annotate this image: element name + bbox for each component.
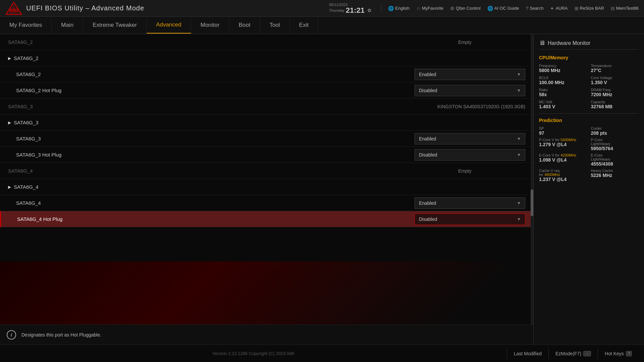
sata6g3-expand-label: ▶ SATA6G_3	[8, 120, 525, 125]
sata6g4-setting-dropdown[interactable]: Enabled ▼	[415, 197, 525, 209]
ratio-item: Ratio 58x	[539, 88, 587, 97]
prediction-title: Prediction	[539, 118, 639, 123]
dropdown-arrow-icon-2: ▼	[517, 88, 521, 93]
frequency-item: Frequency 5800 MHz	[539, 64, 587, 73]
myfavorite-label: MyFavorite	[422, 6, 443, 11]
header-aioc[interactable]: 🌐 AI OC Guide	[487, 6, 519, 11]
time-display: 21:21	[346, 7, 365, 14]
sata6g4-expand-row[interactable]: ▶ SATA6G_4	[0, 179, 533, 195]
ratio-label: Ratio	[539, 88, 587, 92]
arrow-right-icon-6: ▶	[8, 185, 11, 189]
sata6g2-header-value: Empty	[458, 40, 525, 45]
nav-tool[interactable]: Tool	[260, 17, 289, 34]
nav-main[interactable]: Main	[52, 17, 83, 34]
ez-mode-key: →	[583, 351, 591, 356]
cooler-value: 208 pts	[591, 130, 639, 136]
header-title: UEFI BIOS Utility – Advanced Mode	[26, 4, 144, 12]
core-voltage-label: Core Voltage	[591, 76, 639, 80]
cache-freq-highlight: 4800MHz	[544, 173, 560, 177]
arrow-right-icon-3: ▶	[8, 120, 11, 125]
footer: Version 2.22.1286 Copyright (C) 2023 AMI…	[0, 345, 644, 362]
header-aura[interactable]: ✦ AURA	[550, 6, 568, 11]
scroll-thumb[interactable]	[531, 189, 533, 216]
nav-boot[interactable]: Boot	[229, 17, 260, 34]
dram-freq-item: DRAM Freq. 7200 MHz	[591, 88, 639, 97]
aura-label: AURA	[555, 6, 568, 11]
sata6g4-hotplug-dropdown[interactable]: Disabled ▼	[415, 214, 525, 225]
sata6g2-setting-row: SATA6G_2 Enabled ▼	[0, 66, 533, 82]
pcore-v-label: P-Core V for 5400MHz	[539, 138, 587, 142]
sata6g2-setting-label: SATA6G_2	[16, 71, 415, 77]
sata6g2-header-label: SATA6G_2	[8, 39, 458, 45]
resizebar-label: ReSize BAR	[580, 6, 604, 11]
sata6g2-header-row: SATA6G_2 Empty	[0, 34, 533, 50]
prediction-grid: SP 97 Cooler 208 pts P-Core V for 5400MH…	[539, 126, 639, 182]
sata6g3-expand-row[interactable]: ▶ SATA6G_3	[0, 115, 533, 131]
aioc-label: AI OC Guide	[494, 6, 519, 11]
resize-icon: ⊞	[575, 6, 579, 11]
nav-monitor[interactable]: Monitor	[191, 17, 229, 34]
cpu-memory-title: CPU/Memory	[539, 55, 639, 60]
header-search[interactable]: ? Search	[526, 6, 543, 11]
cpu-memory-grid: Frequency 5800 MHz Temperature 27°C BCLK…	[539, 64, 639, 109]
cooler-item: Cooler 208 pts	[591, 126, 639, 136]
header-qfan[interactable]: ⚙ Qfan Control	[450, 6, 481, 11]
sata6g4-expand-label: ▶ SATA6G_4	[8, 184, 525, 190]
sata6g3-hotplug-dropdown[interactable]: Disabled ▼	[415, 149, 525, 161]
cache-v-value: 1.237 V @L4	[539, 177, 587, 182]
last-modified-label: Last Modified	[514, 351, 542, 356]
mc-volt-value: 1.403 V	[539, 104, 587, 109]
bclk-item: BCLK 100.00 MHz	[539, 76, 587, 85]
dram-freq-label: DRAM Freq.	[591, 88, 639, 92]
sata6g4-hotplug-row[interactable]: SATA6G_4 Hot Plug Disabled ▼	[0, 211, 533, 227]
sata6g3-hotplug-label: SATA6G_3 Hot Plug	[16, 152, 415, 158]
info-icon: i	[7, 330, 16, 340]
sata6g2-expand-row[interactable]: ▶ SATA6G_2	[0, 50, 533, 66]
mc-volt-label: MC Volt.	[539, 100, 587, 104]
capacity-label: Capacity	[591, 100, 639, 104]
pcore-freq-highlight: 5400MHz	[560, 138, 576, 142]
scrollbar[interactable]	[531, 34, 533, 345]
aura-icon: ✦	[550, 6, 554, 11]
sp-item: SP 97	[539, 126, 587, 136]
nav-my-favorites[interactable]: My Favorites	[0, 17, 52, 34]
nav-extreme-tweaker[interactable]: Extreme Tweaker	[83, 17, 147, 34]
logo-area: ROG UEFI BIOS Utility – Advanced Mode	[5, 2, 144, 15]
sata6g2-hotplug-dropdown[interactable]: Disabled ▼	[415, 85, 525, 96]
info-text: Designates this port as Hot Pluggable.	[21, 332, 101, 338]
arrow-right-icon: ▶	[8, 56, 11, 61]
last-modified-button[interactable]: Last Modified	[507, 348, 548, 359]
pcore-v-item: P-Core V for 5400MHz 1.279 V @L4	[539, 138, 587, 151]
sata6g2-hotplug-row: SATA6G_2 Hot Plug Disabled ▼	[0, 82, 533, 99]
ecore-lh-item: E-CoreLight/Heavy 4555/4308	[591, 153, 639, 167]
core-voltage-item: Core Voltage 1.350 V	[591, 76, 639, 85]
frequency-label: Frequency	[539, 64, 587, 68]
dropdown-arrow-icon-7: ▼	[517, 201, 521, 205]
dropdown-arrow-icon-5: ▼	[517, 153, 521, 157]
header: ROG UEFI BIOS Utility – Advanced Mode 05…	[0, 0, 644, 17]
settings-icon[interactable]: ⚙	[367, 8, 372, 13]
ecore-v-item: E-Core V for 4200MHz 1.098 V @L4	[539, 153, 587, 167]
memtest-label: MemTest86	[616, 6, 639, 11]
mc-volt-item: MC Volt. 1.403 V	[539, 100, 587, 109]
cache-v-label: Cache V reqfor 4800MHz	[539, 169, 587, 177]
frequency-value: 5800 MHz	[539, 68, 587, 73]
fan-icon: ⚙	[450, 6, 454, 11]
nav-advanced[interactable]: Advanced	[147, 17, 191, 34]
sata6g2-hotplug-value: Disabled	[419, 88, 437, 93]
header-english[interactable]: 🌐 English	[388, 6, 410, 11]
content-list: SATA6G_2 Empty ▶ SATA6G_2 SATA6G_2 Enabl…	[0, 34, 533, 227]
header-myfavorite[interactable]: ☆ MyFavorite	[416, 6, 443, 11]
ez-mode-button[interactable]: EzMode(F7) →	[548, 348, 598, 359]
hot-keys-label: Hot Keys	[605, 351, 624, 356]
memtest-icon: ⊟	[611, 6, 615, 11]
sata6g3-setting-dropdown[interactable]: Enabled ▼	[415, 133, 525, 144]
sata6g2-setting-dropdown[interactable]: Enabled ▼	[415, 69, 525, 80]
nav-exit[interactable]: Exit	[290, 17, 318, 34]
header-memtest[interactable]: ⊟ MemTest86	[611, 6, 639, 11]
hot-keys-button[interactable]: Hot Keys ?	[598, 348, 639, 359]
star-icon: ☆	[416, 6, 421, 11]
dropdown-arrow-icon-8: ▼	[517, 217, 521, 222]
header-resizebar[interactable]: ⊞ ReSize BAR	[575, 6, 604, 11]
ecore-lh-value: 4555/4308	[591, 161, 639, 167]
